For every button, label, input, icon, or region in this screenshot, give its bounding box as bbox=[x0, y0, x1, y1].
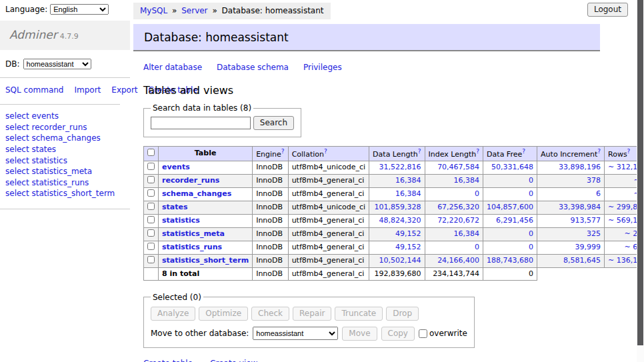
sidebar-select-link[interactable]: select schema_changes bbox=[5, 133, 125, 144]
search-button[interactable]: Search bbox=[253, 116, 294, 130]
data-free-link[interactable]: 0 bbox=[487, 176, 533, 185]
auto-increment-link[interactable]: 6 bbox=[541, 189, 601, 198]
auto-increment-link[interactable]: 33,898,196 bbox=[541, 163, 601, 171]
row-checkbox[interactable] bbox=[147, 229, 155, 237]
check-button[interactable]: Check bbox=[251, 307, 289, 321]
collation-cell: utf8mb4_general_ci bbox=[288, 227, 369, 241]
sidebar-select-link[interactable]: select statistics_short_term bbox=[5, 189, 125, 199]
create-view-link[interactable]: Create view bbox=[210, 359, 257, 362]
row-checkbox[interactable] bbox=[147, 163, 155, 170]
move-db-select[interactable]: homeassistant bbox=[253, 327, 338, 340]
auto-increment-link[interactable]: 33,398,984 bbox=[541, 203, 601, 211]
data-free-cell: 0 bbox=[483, 187, 537, 201]
table-name-link[interactable]: recorder_runs bbox=[162, 176, 219, 185]
table-name-link[interactable]: schema_changes bbox=[162, 189, 231, 198]
privileges-link[interactable]: Privileges bbox=[303, 63, 342, 72]
sidebar-link-sql-command[interactable]: SQL command bbox=[5, 85, 63, 95]
data-free-link[interactable]: 104,857,600 bbox=[487, 203, 533, 211]
row-checkbox[interactable] bbox=[147, 189, 155, 197]
analyze-button[interactable]: Analyze bbox=[151, 307, 195, 321]
data-length-link[interactable]: 31,522,816 bbox=[373, 163, 421, 171]
language-select[interactable]: English bbox=[50, 4, 109, 15]
data-free-link[interactable]: 0 bbox=[487, 189, 533, 198]
table-row: recorder_runsInnoDButf8mb4_general_ci16,… bbox=[144, 174, 644, 187]
table-name-link[interactable]: events bbox=[162, 163, 190, 171]
auto-increment-link[interactable]: 913,577 bbox=[541, 216, 601, 225]
scrollbar-thumb[interactable] bbox=[637, 0, 643, 345]
sidebar-link-import[interactable]: Import bbox=[74, 85, 101, 95]
data-length-link[interactable]: 49,152 bbox=[373, 243, 421, 251]
breadcrumb-server-link[interactable]: Server bbox=[181, 6, 207, 15]
index-length-link[interactable]: 70,467,584 bbox=[429, 163, 480, 171]
database-schema-link[interactable]: Database schema bbox=[217, 63, 289, 72]
auto-increment-cell: 913,577 bbox=[537, 214, 605, 227]
page-scrollbar[interactable] bbox=[637, 0, 644, 362]
sidebar-select-link[interactable]: select statistics_runs bbox=[5, 178, 125, 189]
breadcrumb-mysql-link[interactable]: MySQL bbox=[140, 6, 167, 15]
engine-cell: InnoDB bbox=[253, 214, 288, 227]
sidebar-select-link[interactable]: select events bbox=[5, 111, 125, 122]
auto-increment-link[interactable]: 8,581,645 bbox=[541, 256, 601, 265]
table-name-link[interactable]: statistics_meta bbox=[162, 229, 225, 238]
search-legend: Search data in tables (8) bbox=[151, 103, 253, 113]
data-length-link[interactable]: 10,502,144 bbox=[373, 256, 421, 265]
help-icon[interactable]: ? bbox=[324, 148, 327, 155]
index-length-link[interactable]: 16,384 bbox=[429, 176, 480, 185]
row-checkbox[interactable] bbox=[147, 203, 155, 210]
alter-database-link[interactable]: Alter database bbox=[143, 63, 202, 72]
help-icon[interactable]: ? bbox=[476, 148, 479, 155]
sidebar-select-link[interactable]: select states bbox=[5, 145, 125, 155]
index-length-link[interactable]: 0 bbox=[429, 189, 480, 198]
index-length-link[interactable]: 0 bbox=[429, 243, 480, 251]
table-name-link[interactable]: states bbox=[162, 203, 188, 211]
row-checkbox[interactable] bbox=[147, 176, 155, 183]
repair-button[interactable]: Repair bbox=[293, 307, 331, 321]
totals-empty-cell bbox=[537, 267, 605, 280]
index-length-link[interactable]: 24,166,400 bbox=[429, 256, 480, 265]
data-length-link[interactable]: 16,384 bbox=[373, 176, 421, 185]
data-length-link[interactable]: 48,824,320 bbox=[373, 216, 421, 225]
table-name-cell: statistics_meta bbox=[159, 227, 253, 241]
row-checkbox[interactable] bbox=[147, 216, 155, 223]
sidebar-select-link[interactable]: select recorder_runs bbox=[5, 123, 125, 133]
data-free-link[interactable]: 0 bbox=[487, 243, 533, 251]
data-free-link[interactable]: 188,743,680 bbox=[487, 256, 533, 265]
help-icon[interactable]: ? bbox=[597, 148, 601, 155]
data-free-link[interactable]: 6,291,456 bbox=[487, 216, 533, 225]
table-name-link[interactable]: statistics_short_term bbox=[162, 256, 249, 265]
sidebar-select-link[interactable]: select statistics bbox=[5, 156, 125, 167]
row-checkbox[interactable] bbox=[147, 243, 155, 250]
table-name-link[interactable]: statistics bbox=[162, 216, 200, 225]
table-name-link[interactable]: statistics_runs bbox=[162, 243, 222, 251]
help-icon[interactable]: ? bbox=[627, 148, 631, 155]
search-input[interactable] bbox=[151, 117, 251, 129]
create-table-link[interactable]: Create table bbox=[143, 359, 193, 362]
drop-button[interactable]: Drop bbox=[386, 307, 419, 321]
index-length-link[interactable]: 16,384 bbox=[429, 229, 480, 238]
sidebar-select-link[interactable]: select statistics_meta bbox=[5, 167, 125, 177]
data-length-link[interactable]: 101,859,328 bbox=[373, 203, 421, 211]
row-checkbox-cell bbox=[144, 174, 159, 187]
help-icon[interactable]: ? bbox=[522, 148, 525, 155]
auto-increment-link[interactable]: 378 bbox=[541, 176, 601, 185]
help-icon[interactable]: ? bbox=[418, 148, 421, 155]
truncate-button[interactable]: Truncate bbox=[335, 307, 383, 321]
auto-increment-link[interactable]: 325 bbox=[541, 229, 601, 238]
row-checkbox[interactable] bbox=[147, 256, 155, 263]
help-icon[interactable]: ? bbox=[281, 148, 285, 155]
index-length-link[interactable]: 72,220,672 bbox=[429, 216, 480, 225]
data-length-link[interactable]: 16,384 bbox=[373, 189, 421, 198]
data-free-link[interactable]: 50,331,648 bbox=[487, 163, 533, 171]
index-length-link[interactable]: 67,256,320 bbox=[429, 203, 480, 211]
copy-button[interactable]: Copy bbox=[381, 327, 415, 341]
data-free-link[interactable]: 0 bbox=[487, 229, 533, 238]
db-select[interactable]: homeassistant bbox=[23, 59, 91, 69]
optimize-button[interactable]: Optimize bbox=[199, 307, 248, 321]
select-all-checkbox[interactable] bbox=[147, 149, 155, 156]
move-button[interactable]: Move bbox=[342, 327, 377, 341]
index-length-cell: 16,384 bbox=[425, 174, 483, 187]
data-length-link[interactable]: 49,152 bbox=[373, 229, 421, 238]
app-version: 4.7.9 bbox=[60, 32, 79, 41]
overwrite-checkbox[interactable] bbox=[419, 329, 427, 338]
auto-increment-link[interactable]: 39,999 bbox=[541, 243, 601, 251]
